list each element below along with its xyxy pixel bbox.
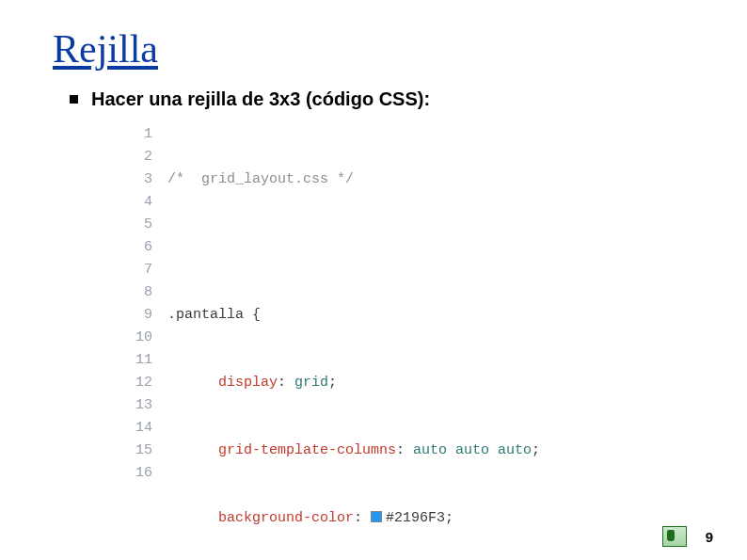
- page-number: 9: [706, 529, 713, 545]
- code-block: 12345678910111213141516 /* grid_layout.c…: [135, 123, 694, 560]
- line-number: 3: [135, 168, 152, 191]
- css-value: grid: [294, 375, 328, 391]
- code-line: [167, 236, 540, 259]
- code-line: /* grid_layout.css */: [167, 168, 540, 191]
- footer: 9: [0, 526, 747, 547]
- page-title: Rejilla: [53, 26, 694, 72]
- logo-icon: [662, 526, 687, 547]
- css-value: #2196F3: [386, 510, 445, 526]
- css-prop: grid-template-columns: [218, 442, 396, 458]
- bullet-item: Hacer una rejilla de 3x3 (código CSS):: [70, 88, 694, 110]
- line-number: 14: [135, 417, 152, 440]
- line-gutter: 12345678910111213141516: [135, 123, 167, 560]
- line-number: 4: [135, 191, 152, 214]
- line-number: 2: [135, 146, 152, 168]
- line-number: 1: [135, 123, 152, 146]
- css-prop: background-color: [218, 510, 354, 526]
- css-comment: /* grid_layout.css */: [167, 171, 354, 187]
- css-prop: display: [218, 375, 278, 391]
- line-number: 12: [135, 372, 152, 394]
- css-selector: .pantalla: [167, 307, 244, 323]
- line-number: 9: [135, 304, 152, 327]
- line-number: 7: [135, 259, 152, 281]
- bullet-text: Hacer una rejilla de 3x3 (código CSS):: [91, 88, 430, 110]
- css-brace: {: [252, 307, 261, 323]
- code-content: /* grid_layout.css */ .pantalla { displa…: [167, 123, 540, 560]
- line-number: 6: [135, 236, 152, 259]
- bullet-square-icon: [70, 95, 78, 104]
- line-number: 16: [135, 462, 152, 485]
- line-number: 11: [135, 349, 152, 372]
- slide: Rejilla Hacer una rejilla de 3x3 (código…: [0, 0, 747, 560]
- color-swatch-icon: [371, 511, 382, 522]
- line-number: 5: [135, 214, 152, 236]
- code-line: .pantalla {: [167, 304, 540, 327]
- css-value: auto auto auto: [413, 442, 532, 458]
- line-number: 8: [135, 281, 152, 304]
- line-number: 15: [135, 440, 152, 462]
- line-number: 13: [135, 394, 152, 417]
- code-line: display: grid;: [167, 372, 540, 394]
- code-line: grid-template-columns: auto auto auto;: [167, 440, 540, 462]
- line-number: 10: [135, 327, 152, 349]
